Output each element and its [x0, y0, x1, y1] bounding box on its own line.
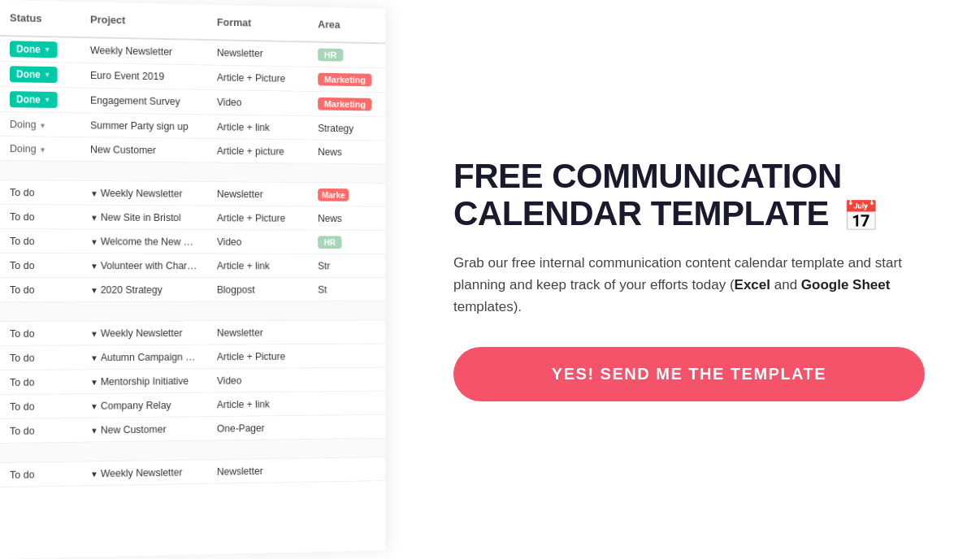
- project-cell: ▼New Customer: [80, 419, 207, 440]
- project-cell: ▼Mentorship Initiative: [80, 371, 207, 392]
- area-cell: [309, 422, 385, 431]
- project-cell: ▼Autumn Campaign Upda: [80, 347, 207, 367]
- format-cell: Video: [207, 370, 308, 391]
- area-cell: [309, 352, 385, 360]
- col-header-project: Project: [80, 8, 207, 32]
- sheet-section-1: Done ▼ Weekly Newsletter Newsletter HR D…: [0, 37, 385, 165]
- col-header-status: Status: [0, 6, 80, 30]
- table-row: Doing ▼ New Customer Article + picture N…: [0, 136, 385, 165]
- project-cell: ▼Weekly Newsletter: [80, 323, 207, 343]
- area-cell: News: [309, 142, 385, 162]
- table-row: To do ▼Autumn Campaign Upda Article + Pi…: [0, 344, 385, 370]
- status-cell: To do: [0, 396, 80, 417]
- project-cell: ▼2020 Strategy: [80, 280, 207, 299]
- project-cell: Euro Event 2019: [80, 66, 207, 87]
- col-header-format: Format: [207, 11, 308, 35]
- format-cell: Article + link: [207, 256, 308, 275]
- table-row: To do ▼Welcome the New Hires Video HR: [0, 229, 385, 254]
- area-cell: [309, 375, 385, 384]
- sheet-section-3: To do ▼Weekly Newsletter Newsletter To d…: [0, 320, 385, 444]
- sheet-section-4: To do ▼Weekly Newsletter Newsletter: [0, 457, 385, 488]
- project-cell: ▼Weekly Newsletter: [80, 183, 207, 203]
- status-cell: To do: [0, 207, 80, 227]
- status-badge-done[interactable]: Done ▼: [10, 41, 58, 58]
- right-content: FREE COMMUNICATION CALENDAR TEMPLATE 📅 G…: [453, 158, 925, 402]
- format-cell: Blogpost: [207, 280, 308, 299]
- format-cell: Newsletter: [207, 323, 308, 342]
- area-cell: Marke: [309, 184, 385, 205]
- google-sheet-bold: Google Sheet: [801, 277, 891, 292]
- project-cell: New Customer: [80, 140, 207, 160]
- area-cell: [309, 465, 385, 474]
- status-cell: To do: [0, 348, 80, 368]
- col-header-area: Area: [309, 13, 385, 36]
- sheet-section-2: To do ▼Weekly Newsletter Newsletter Mark…: [0, 180, 385, 302]
- status-cell: To do: [0, 323, 80, 343]
- area-cell: [309, 328, 385, 336]
- status-cell: To do: [0, 420, 80, 440]
- format-cell: Newsletter: [207, 43, 308, 64]
- status-cell[interactable]: Done ▼: [0, 62, 80, 88]
- area-cell: News: [309, 209, 385, 228]
- status-cell: To do: [0, 464, 80, 484]
- calendar-icon: 📅: [843, 199, 879, 232]
- table-row: To do ▼Weekly Newsletter Newsletter Mark…: [0, 180, 385, 207]
- area-cell: St: [309, 280, 385, 298]
- area-cell: [309, 399, 385, 408]
- section-spacer: [0, 301, 385, 322]
- title-block: FREE COMMUNICATION CALENDAR TEMPLATE 📅: [453, 158, 925, 232]
- format-cell: Newsletter: [207, 184, 308, 203]
- area-cell: Marketing: [309, 69, 385, 91]
- project-cell: Engagement Survey: [80, 91, 207, 112]
- status-cell: To do: [0, 183, 80, 203]
- excel-bold: Excel: [735, 277, 770, 292]
- area-cell: HR: [309, 44, 385, 66]
- project-cell: Weekly Newsletter: [80, 41, 207, 63]
- format-cell: Article + link: [207, 117, 308, 137]
- format-cell: Newsletter: [207, 461, 308, 481]
- status-cell[interactable]: Done ▼: [0, 37, 80, 63]
- format-cell: Article + link: [207, 394, 308, 414]
- status-cell[interactable]: Done ▼: [0, 87, 80, 112]
- format-cell: Video: [207, 232, 308, 251]
- spreadsheet-panel: Status Project Format Area Done ▼ Weekly…: [0, 0, 385, 559]
- status-badge-done[interactable]: Done ▼: [10, 91, 58, 108]
- project-cell: ▼New Site in Bristol: [80, 207, 207, 228]
- status-badge-done[interactable]: Done ▼: [10, 66, 58, 83]
- area-cell: Marketing: [309, 93, 385, 115]
- main-title: FREE COMMUNICATION CALENDAR TEMPLATE 📅: [453, 158, 925, 232]
- table-row: To do ▼Weekly Newsletter Newsletter: [0, 320, 385, 346]
- area-cell: Strategy: [309, 119, 385, 139]
- area-cell: HR: [309, 232, 385, 253]
- format-cell: Article + Picture: [207, 346, 308, 366]
- project-cell: ▼Weekly Newsletter: [80, 462, 207, 483]
- spreadsheet: Status Project Format Area Done ▼ Weekly…: [0, 0, 385, 488]
- status-cell: To do: [0, 232, 80, 251]
- status-cell: To do: [0, 280, 80, 299]
- status-cell: Doing ▼: [0, 139, 80, 159]
- format-cell: Article + Picture: [207, 208, 308, 228]
- table-row: To do ▼2020 Strategy Blogpost St: [0, 278, 385, 302]
- status-cell: Doing ▼: [0, 115, 80, 135]
- right-panel: FREE COMMUNICATION CALENDAR TEMPLATE 📅 G…: [398, 0, 980, 559]
- table-row: To do ▼New Site in Bristol Article + Pic…: [0, 205, 385, 231]
- table-row: To do ▼Volunteer with Charities Article …: [0, 254, 385, 278]
- cta-button[interactable]: YES! SEND ME THE TEMPLATE: [453, 347, 925, 401]
- project-cell: ▼Company Relay: [80, 395, 207, 415]
- table-row: To do ▼Weekly Newsletter Newsletter: [0, 457, 385, 488]
- project-cell: ▼Welcome the New Hires: [80, 232, 207, 251]
- area-cell: Str: [309, 256, 385, 275]
- format-cell: Article + picture: [207, 141, 308, 161]
- table-row: To do ▼Mentorship Initiative Video: [0, 368, 385, 395]
- format-cell: One-Pager: [207, 418, 308, 438]
- project-cell: Summer Party sign up: [80, 115, 207, 136]
- status-cell: To do: [0, 372, 80, 392]
- project-cell: ▼Volunteer with Charities: [80, 256, 207, 275]
- status-doing: Doing ▼: [10, 143, 46, 154]
- format-cell: Video: [207, 93, 308, 113]
- status-doing: Doing ▼: [10, 119, 46, 131]
- status-cell: To do: [0, 256, 80, 275]
- description-text: Grab our free internal communication con…: [453, 252, 925, 318]
- format-cell: Article + Picture: [207, 67, 308, 89]
